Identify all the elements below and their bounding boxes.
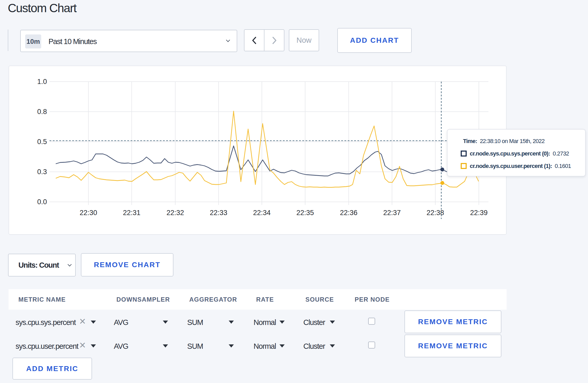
svg-text:22:39: 22:39 xyxy=(470,209,488,217)
svg-text:22:31: 22:31 xyxy=(123,209,141,217)
svg-text:22:35: 22:35 xyxy=(296,209,314,217)
svg-text:0.3: 0.3 xyxy=(37,168,47,176)
svg-text:1.0: 1.0 xyxy=(37,78,47,86)
svg-text:22:30: 22:30 xyxy=(80,209,97,217)
svg-text:22:33: 22:33 xyxy=(210,209,227,217)
svg-text:22:32: 22:32 xyxy=(166,209,184,217)
svg-text:22:36: 22:36 xyxy=(340,209,358,217)
svg-text:22:37: 22:37 xyxy=(383,209,401,217)
svg-text:0.5: 0.5 xyxy=(37,138,47,146)
svg-text:0.0: 0.0 xyxy=(37,198,47,206)
svg-text:22:34: 22:34 xyxy=(253,209,271,217)
svg-text:0.8: 0.8 xyxy=(37,108,47,116)
